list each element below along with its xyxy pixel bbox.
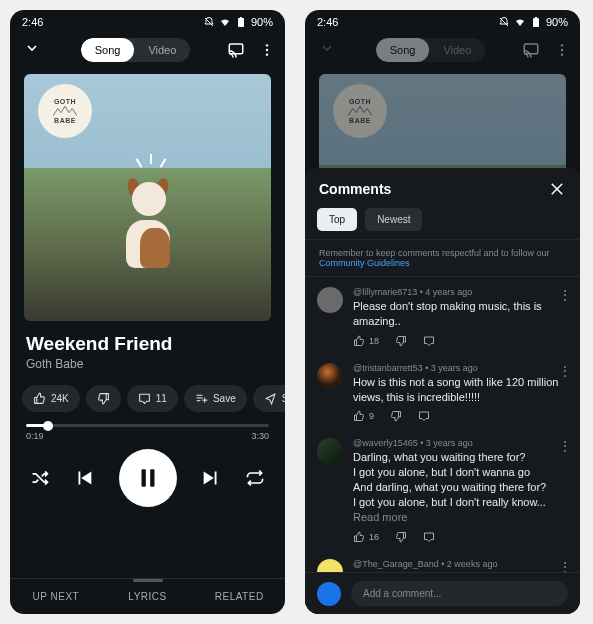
sort-newest[interactable]: Newest — [365, 208, 422, 231]
comment-reply[interactable] — [423, 531, 435, 543]
comment-body-text: Darling, what you waiting there for? I g… — [353, 451, 546, 508]
play-pause-button[interactable] — [119, 449, 177, 507]
badge-top: GOTH — [54, 98, 76, 105]
dislike-button[interactable] — [86, 385, 121, 412]
tab-related[interactable]: RELATED — [193, 579, 285, 614]
comment-like[interactable]: 18 — [353, 335, 379, 347]
compose-row: Add a comment... — [305, 572, 580, 614]
badge-bottom: BABE — [54, 117, 76, 124]
avatar[interactable] — [317, 559, 343, 572]
svg-rect-2 — [240, 17, 242, 18]
video-tab[interactable]: Video — [429, 38, 485, 62]
playlist-add-icon — [195, 392, 208, 405]
comment-actions: 9 — [353, 410, 568, 422]
share-label: Shar — [282, 393, 285, 404]
battery-icon — [235, 16, 247, 28]
sort-top[interactable]: Top — [317, 208, 357, 231]
svg-point-19 — [561, 49, 563, 51]
comments-button[interactable]: 11 — [127, 385, 178, 412]
comment-author[interactable]: @lillymarie8713 — [353, 287, 417, 297]
avatar[interactable] — [317, 363, 343, 389]
status-right: 90% — [203, 16, 273, 28]
tab-up-next[interactable]: UP NEXT — [10, 579, 102, 614]
seek-thumb[interactable] — [43, 421, 53, 431]
now-playing-screen: 2:46 90% Song Video GOTH BABE — [10, 10, 285, 614]
status-time: 2:46 — [22, 16, 43, 28]
notice-text: Remember to keep comments respectful and… — [319, 248, 550, 258]
collapse-button[interactable] — [315, 36, 339, 64]
comment-body: Please don't stop making music, this is … — [353, 299, 568, 329]
repeat-icon — [245, 468, 265, 488]
avatar[interactable] — [317, 287, 343, 313]
repeat-button[interactable] — [245, 468, 265, 488]
avatar[interactable] — [317, 438, 343, 464]
guidelines-link[interactable]: Community Guidelines — [319, 258, 410, 268]
comment-actions: 18 — [353, 335, 568, 347]
player-header-dimmed: Song Video — [305, 30, 580, 70]
comment-input[interactable]: Add a comment... — [351, 581, 568, 606]
read-more[interactable]: Read more — [353, 511, 407, 523]
like-button[interactable]: 24K — [22, 385, 80, 412]
album-badge: GOTH BABE — [333, 84, 387, 138]
next-button[interactable] — [200, 467, 222, 489]
status-right: 90% — [498, 16, 568, 28]
cast-icon[interactable] — [227, 41, 245, 59]
shuffle-button[interactable] — [30, 468, 50, 488]
comment-body: Darling, what you waiting there for? I g… — [353, 450, 568, 524]
svg-rect-12 — [141, 469, 145, 486]
comment-menu[interactable]: ⋮ — [558, 559, 572, 572]
song-video-toggle[interactable]: Song Video — [81, 38, 191, 62]
comment-icon — [418, 410, 430, 422]
comment-author[interactable]: @The_Garage_Band — [353, 559, 439, 569]
comments-header: Comments — [305, 168, 580, 206]
comment-like[interactable]: 9 — [353, 410, 374, 422]
my-avatar[interactable] — [317, 582, 341, 606]
comment-author[interactable]: @waverly15465 — [353, 438, 418, 448]
save-button[interactable]: Save — [184, 385, 247, 412]
comments-list[interactable]: @lillymarie8713 • 4 years ago Please don… — [305, 277, 580, 572]
thumbs-up-icon — [33, 392, 46, 405]
wifi-icon — [514, 16, 526, 28]
save-label: Save — [213, 393, 236, 404]
close-icon[interactable] — [548, 180, 566, 198]
mountain-icon — [53, 106, 77, 116]
comment-dislike[interactable] — [390, 410, 402, 422]
song-video-toggle[interactable]: Song Video — [376, 38, 486, 62]
comment-body: How is this not a song with like 120 mil… — [353, 375, 568, 405]
tab-lyrics[interactable]: LYRICS — [102, 579, 194, 614]
thumbs-down-icon — [390, 410, 402, 422]
comment-menu[interactable]: ⋮ — [558, 363, 572, 379]
song-tab[interactable]: Song — [376, 38, 430, 62]
status-bar: 2:46 90% — [305, 10, 580, 30]
seek-bar[interactable] — [26, 424, 269, 427]
transport-controls — [10, 443, 285, 515]
comment-item: @waverly15465 • 3 years ago Darling, wha… — [305, 428, 580, 548]
comment-menu[interactable]: ⋮ — [558, 287, 572, 303]
comment-meta: @lillymarie8713 • 4 years ago — [353, 287, 568, 297]
svg-rect-13 — [150, 469, 154, 486]
track-artist[interactable]: Goth Babe — [26, 357, 269, 371]
collapse-button[interactable] — [20, 36, 44, 64]
more-vert-icon[interactable] — [554, 42, 570, 58]
track-title[interactable]: Weekend Friend — [26, 333, 269, 355]
dog-illustration — [108, 178, 188, 268]
thumbs-down-icon — [395, 335, 407, 347]
comment-like[interactable]: 16 — [353, 531, 379, 543]
more-vert-icon[interactable] — [259, 42, 275, 58]
share-button[interactable]: Shar — [253, 385, 285, 412]
cast-icon[interactable] — [522, 41, 540, 59]
comment-like-count: 9 — [369, 411, 374, 421]
comments-sheet: Comments Top Newest Remember to keep com… — [305, 168, 580, 614]
video-tab[interactable]: Video — [134, 38, 190, 62]
comment-reply[interactable] — [423, 335, 435, 347]
comment-dislike[interactable] — [395, 335, 407, 347]
track-info: Weekend Friend Goth Babe — [10, 329, 285, 375]
comment-dislike[interactable] — [395, 531, 407, 543]
comment-item: @lillymarie8713 • 4 years ago Please don… — [305, 277, 580, 353]
album-art[interactable]: GOTH BABE — [24, 74, 271, 321]
previous-button[interactable] — [73, 467, 95, 489]
comment-author[interactable]: @tristanbarrett53 — [353, 363, 423, 373]
comment-menu[interactable]: ⋮ — [558, 438, 572, 454]
song-tab[interactable]: Song — [81, 38, 135, 62]
comment-reply[interactable] — [418, 410, 430, 422]
